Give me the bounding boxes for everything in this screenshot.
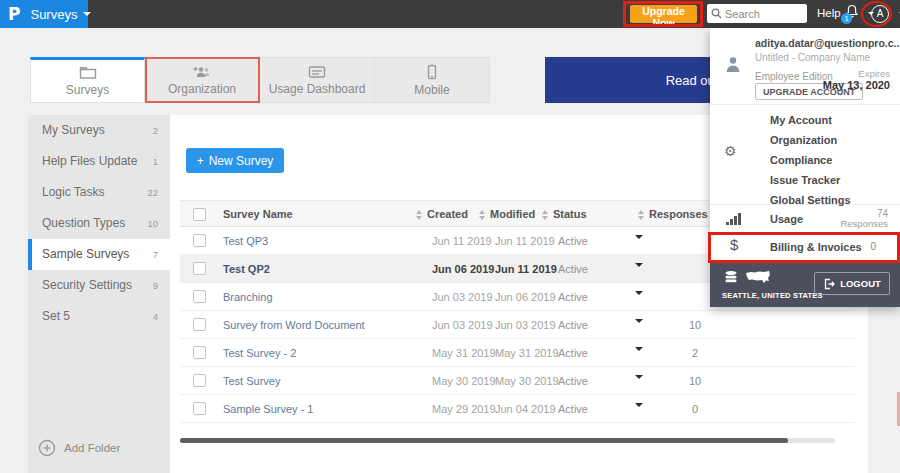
dashboard-icon: [308, 65, 326, 79]
sort-icon: [542, 210, 548, 220]
modified-date: May 30 2019: [495, 367, 559, 395]
folder-count: 2: [153, 115, 158, 146]
created-date: Jun 03 2019: [432, 311, 493, 339]
user-icon: [725, 56, 741, 73]
sidebar-item-sample-surveys[interactable]: Sample Surveys7: [28, 239, 170, 270]
status-dropdown[interactable]: [635, 267, 643, 279]
row-checkbox[interactable]: [193, 262, 206, 275]
row-checkbox[interactable]: [193, 374, 206, 387]
responses-count: [675, 283, 715, 311]
column-header-status[interactable]: Status: [542, 201, 587, 228]
status-dropdown[interactable]: [635, 379, 643, 391]
column-header-created[interactable]: Created: [416, 201, 468, 228]
row-checkbox[interactable]: [193, 346, 206, 359]
survey-name-link[interactable]: Sample Survey - 1: [223, 403, 313, 415]
responses-count: [675, 227, 715, 255]
created-date: Jun 06 2019: [432, 255, 494, 283]
horizontal-scrollbar[interactable]: [180, 438, 835, 443]
row-checkbox[interactable]: [193, 318, 206, 331]
account-email: aditya.datar@questionpro.c...: [755, 37, 900, 49]
bar-chart-icon: [726, 213, 741, 225]
sidebar-item-set-5[interactable]: Set 54: [28, 301, 170, 332]
status-dropdown[interactable]: [635, 407, 643, 419]
modified-date: Jun 11 2019: [495, 227, 555, 255]
notification-badge: 1: [841, 13, 852, 24]
row-checkbox[interactable]: [193, 402, 206, 415]
menu-item-my-account[interactable]: My Account: [770, 110, 832, 130]
created-date: May 30 2019: [432, 367, 496, 395]
survey-name-link[interactable]: Test QP3: [223, 235, 268, 247]
column-header-modified[interactable]: Modified: [479, 201, 535, 228]
license-expiry: Expires May 13, 2020: [823, 68, 890, 91]
add-folder-button[interactable]: Add Folder: [28, 433, 170, 463]
tab-label: Usage Dashboard: [269, 82, 366, 96]
folder-count: 7: [153, 239, 158, 270]
status-dropdown[interactable]: [635, 351, 643, 363]
menu-item-billing-invoices[interactable]: $ Billing & Invoices 0: [710, 233, 900, 261]
status-value: Active: [558, 339, 588, 367]
account-summary: aditya.datar@questionpro.c... Untitled -…: [710, 28, 900, 105]
tab-surveys[interactable]: Surveys: [30, 57, 145, 103]
survey-name-link[interactable]: Test Survey: [223, 375, 280, 387]
chevron-down-icon: [635, 291, 643, 307]
notifications-button[interactable]: 1: [845, 4, 861, 24]
table-row: Sample Survey - 1 May 29 2019 Jun 04 201…: [180, 395, 855, 423]
sidebar-item-logic-tasks[interactable]: Logic Tasks22: [28, 177, 170, 208]
folder-count: 22: [147, 177, 158, 208]
sidebar-item-question-types[interactable]: Question Types10: [28, 208, 170, 239]
column-header-survey-name: Survey Name: [223, 201, 293, 228]
row-checkbox[interactable]: [193, 234, 206, 247]
sidebar-item-help-files-update[interactable]: Help Files Update1: [28, 146, 170, 177]
survey-name-link[interactable]: Survey from Word Document: [223, 319, 365, 331]
menu-item-usage[interactable]: Usage 74Responses: [710, 205, 900, 233]
menu-item-issue-tracker[interactable]: Issue Tracker: [770, 170, 840, 190]
account-dropdown-footer: SEATTLE, UNITED STATES LOGOUT: [710, 262, 900, 307]
logout-button[interactable]: LOGOUT: [814, 272, 890, 295]
created-date: Jun 03 2019: [432, 283, 493, 311]
sidebar-item-my-surveys[interactable]: My Surveys2: [28, 115, 170, 146]
help-link[interactable]: Help: [817, 7, 841, 19]
table-row: Test Survey - 2 May 31 2019 May 31 2019 …: [180, 339, 855, 367]
status-dropdown[interactable]: [635, 323, 643, 335]
status-dropdown[interactable]: [635, 295, 643, 307]
expires-label: Expires: [823, 68, 890, 79]
scrollbar-thumb[interactable]: [180, 438, 788, 443]
survey-name-link[interactable]: Branching: [223, 291, 273, 303]
chevron-down-icon: [635, 403, 643, 419]
menu-item-organization[interactable]: Organization: [770, 130, 837, 150]
expires-date: May 13, 2020: [823, 79, 890, 91]
tab-usage-dashboard[interactable]: Usage Dashboard: [260, 57, 375, 103]
responses-count: 10: [675, 311, 715, 339]
billing-value: 0: [870, 241, 876, 252]
sidebar-item-security-settings[interactable]: Security Settings9: [28, 270, 170, 301]
tab-organization[interactable]: Organization: [145, 57, 260, 103]
responses-count: [675, 255, 715, 283]
account-menu-list: ⚙ My Account Organization Compliance Iss…: [710, 105, 900, 205]
folder-count: 9: [153, 270, 158, 301]
usa-map-icon: [745, 269, 771, 286]
plus-circle-icon: [38, 439, 56, 457]
responses-count: 10: [675, 367, 715, 395]
row-checkbox[interactable]: [193, 290, 206, 303]
sort-icon: [479, 210, 485, 220]
table-row: Survey from Word Document Jun 03 2019 Ju…: [180, 311, 855, 339]
add-folder-label: Add Folder: [64, 442, 120, 454]
status-value: Active: [558, 395, 588, 423]
usage-value: 74Responses: [840, 209, 888, 229]
survey-name-link[interactable]: Test QP2: [223, 263, 270, 275]
account-avatar[interactable]: A: [871, 5, 889, 23]
status-dropdown[interactable]: [635, 239, 643, 251]
survey-name-link[interactable]: Test Survey - 2: [223, 347, 296, 359]
modified-date: Jun 06 2019: [495, 283, 556, 311]
new-survey-button[interactable]: +New Survey: [186, 148, 284, 173]
folder-icon: [79, 66, 97, 80]
column-header-responses[interactable]: Responses: [638, 201, 708, 228]
datacenter-location: SEATTLE, UNITED STATES: [722, 291, 823, 300]
select-all-checkbox[interactable]: [193, 208, 206, 221]
tab-mobile[interactable]: Mobile: [375, 57, 490, 103]
upgrade-now-button[interactable]: Upgrade Now: [630, 5, 697, 23]
search-input[interactable]: [725, 8, 805, 20]
app-menu-label: Surveys: [30, 7, 77, 22]
menu-item-compliance[interactable]: Compliance: [770, 150, 832, 170]
app-switcher-menu[interactable]: P Surveys: [0, 0, 88, 28]
